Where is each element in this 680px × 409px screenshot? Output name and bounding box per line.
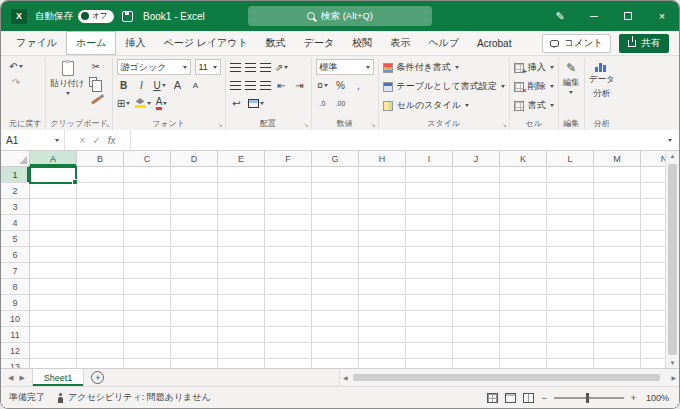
zoom-level[interactable]: 100%	[643, 393, 669, 403]
increase-indent-button[interactable]: ⇥	[293, 78, 307, 92]
ribbon-tab[interactable]: ファイル	[7, 31, 66, 55]
column-header[interactable]: H	[359, 151, 406, 167]
column-header[interactable]: M	[594, 151, 641, 167]
ribbon-tab[interactable]: ホーム	[66, 31, 116, 55]
scroll-up-icon[interactable]: ▲	[670, 153, 676, 159]
ribbon-tab[interactable]: データ	[295, 31, 343, 55]
new-sheet-button[interactable]: +	[91, 371, 104, 384]
row-header[interactable]: 2	[1, 183, 29, 199]
comments-button[interactable]: コメント	[542, 34, 611, 53]
minimize-button[interactable]: ─	[577, 1, 611, 31]
scroll-right-icon[interactable]: ▶	[671, 374, 676, 381]
ribbon-tab[interactable]: 表示	[381, 31, 419, 55]
column-header[interactable]: F	[265, 151, 312, 167]
column-header[interactable]: G	[312, 151, 359, 167]
formula-cancel-button[interactable]: ×	[79, 135, 85, 146]
copy-button[interactable]	[89, 75, 103, 89]
zoom-out-button[interactable]: −	[541, 393, 546, 403]
editing-button[interactable]: ✎ 編集	[563, 59, 580, 94]
align-top-icon[interactable]	[230, 63, 241, 72]
bold-button[interactable]: B	[117, 78, 131, 92]
excel-logo-icon[interactable]: X	[11, 9, 27, 24]
page-break-view-button[interactable]	[523, 393, 534, 403]
cell-styles-button[interactable]: セルのスタイル	[383, 97, 505, 114]
column-header[interactable]: K	[500, 151, 547, 167]
scroll-down-icon[interactable]: ▼	[670, 360, 676, 366]
currency-format-button[interactable]: ¤	[316, 78, 330, 92]
insert-function-button[interactable]: fx	[108, 135, 116, 146]
fill-color-button[interactable]	[135, 96, 151, 110]
column-header[interactable]: D	[171, 151, 218, 167]
number-format-select[interactable]: 標準	[316, 59, 374, 75]
expand-formula-bar-button[interactable]	[661, 130, 679, 150]
sheet-tab-active[interactable]: Sheet1	[32, 369, 85, 386]
format-painter-button[interactable]	[89, 91, 103, 105]
column-header[interactable]: J	[453, 151, 500, 167]
row-header[interactable]: 4	[1, 215, 29, 231]
name-box[interactable]: A1	[1, 130, 65, 150]
sheet-nav-right-icon[interactable]: ▶	[19, 374, 24, 382]
ribbon-tab[interactable]: 挿入	[116, 31, 154, 55]
conditional-formatting-button[interactable]: 条件付き書式	[383, 59, 505, 76]
row-header[interactable]: 11	[1, 327, 29, 343]
undo-button[interactable]: ↶	[9, 59, 23, 73]
alignment-dialog-launcher[interactable]: ↘	[303, 122, 308, 128]
share-button[interactable]: 共有	[619, 34, 669, 53]
percent-format-button[interactable]: %	[334, 78, 348, 92]
cells-area[interactable]	[30, 167, 665, 368]
select-all-button[interactable]	[1, 151, 30, 167]
format-as-table-button[interactable]: テーブルとして書式設定	[383, 78, 505, 95]
ribbon-tab[interactable]: 数式	[257, 31, 295, 55]
row-header[interactable]: 1	[1, 167, 29, 183]
normal-view-button[interactable]	[487, 393, 498, 403]
search-box[interactable]: 検索 (Alt+Q)	[248, 6, 432, 26]
autosave-toggle[interactable]: オフ	[78, 10, 114, 23]
row-header[interactable]: 7	[1, 263, 29, 279]
ribbon-tab[interactable]: 校閲	[343, 31, 381, 55]
italic-button[interactable]: I	[135, 78, 149, 92]
row-header[interactable]: 13	[1, 359, 29, 368]
decrease-font-button[interactable]: A	[189, 78, 203, 92]
column-header[interactable]: E	[218, 151, 265, 167]
maximize-button[interactable]	[611, 1, 645, 31]
underline-button[interactable]: U	[153, 78, 167, 92]
ribbon-tab[interactable]: Acrobat	[468, 31, 520, 55]
increase-font-button[interactable]: A	[171, 78, 185, 92]
vertical-scroll-thumb[interactable]	[668, 164, 677, 355]
borders-button[interactable]: ⊞	[117, 96, 131, 110]
clipboard-dialog-launcher[interactable]: ↘	[104, 122, 109, 128]
zoom-in-button[interactable]: +	[631, 393, 636, 403]
column-header[interactable]: I	[406, 151, 453, 167]
merge-center-button[interactable]	[248, 96, 264, 110]
column-header[interactable]: B	[77, 151, 124, 167]
redo-button[interactable]: ↷	[9, 75, 23, 89]
align-bottom-icon[interactable]	[260, 63, 271, 72]
format-cells-button[interactable]: 書式	[514, 97, 554, 114]
row-header[interactable]: 5	[1, 231, 29, 247]
cut-button[interactable]: ✂	[89, 59, 103, 73]
wrap-text-button[interactable]: ↩	[230, 96, 244, 110]
align-middle-icon[interactable]	[245, 63, 256, 72]
align-center-icon[interactable]	[245, 81, 256, 90]
row-header[interactable]: 9	[1, 295, 29, 311]
column-header[interactable]: A	[30, 151, 77, 167]
row-header[interactable]: 8	[1, 279, 29, 295]
zoom-slider-thumb[interactable]	[586, 393, 589, 403]
row-header[interactable]: 12	[1, 343, 29, 359]
paste-button[interactable]: 貼り付け	[50, 59, 84, 95]
font-family-select[interactable]: 游ゴシック	[117, 59, 191, 75]
row-header[interactable]: 6	[1, 247, 29, 263]
data-analysis-button[interactable]: データ 分析	[589, 59, 615, 100]
align-right-icon[interactable]	[260, 81, 271, 90]
vertical-scrollbar[interactable]: ▲ ▼	[665, 151, 679, 368]
save-icon[interactable]	[122, 11, 133, 22]
horizontal-scrollbar[interactable]: ◀ ▶	[339, 369, 679, 386]
font-dialog-launcher[interactable]: ↘	[217, 122, 222, 128]
font-size-select[interactable]: 11	[195, 59, 221, 75]
horizontal-scroll-thumb[interactable]	[353, 374, 660, 381]
row-header[interactable]: 10	[1, 311, 29, 327]
styles-dialog-launcher[interactable]: ↘	[502, 122, 507, 128]
insert-cells-button[interactable]: + 挿入	[514, 59, 554, 76]
pen-icon[interactable]: ✎	[543, 1, 577, 31]
delete-cells-button[interactable]: × 削除	[514, 78, 554, 95]
